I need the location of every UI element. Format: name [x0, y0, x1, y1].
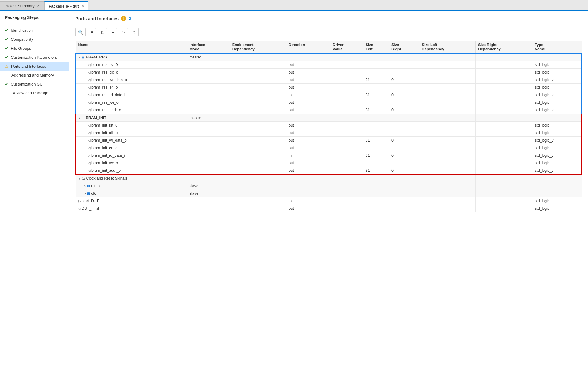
refresh-button[interactable]: ↺ [130, 28, 139, 36]
col-size-left-dependency: Size LeftDependency [419, 41, 476, 54]
section-title: Ports and Interfaces [75, 16, 119, 21]
tab-project-summary[interactable]: Project Summary ✕ [0, 1, 44, 10]
sidebar-item-customization-gui[interactable]: ✔ Customization GUI [0, 80, 69, 89]
table-row[interactable]: >⊞rst_nslave [76, 182, 582, 190]
table-row[interactable]: ▷bram_res_rd_data_iin310std_logic_v [76, 91, 582, 99]
toolbar: 🔍 ≡ ⇅ + ⇔ ↺ [75, 28, 582, 36]
sidebar-item-customization-parameters-label: Customization Parameters [11, 55, 57, 60]
check-icon: ✔ [5, 46, 8, 51]
check-icon: ✔ [5, 55, 8, 60]
content-area: Ports and Interfaces ! 2 🔍 ≡ ⇅ + ⇔ ↺ Nam… [69, 11, 588, 373]
section-header: Ports and Interfaces ! 2 [75, 16, 582, 24]
sidebar-item-review-and-package[interactable]: Review and Package [0, 89, 69, 97]
sidebar-item-customization-gui-label: Customization GUI [11, 82, 44, 86]
sidebar-item-compatibility[interactable]: ✔ Compatibility [0, 35, 69, 44]
tab-bar: Project Summary ✕ Package IP - dut ✕ [0, 0, 588, 11]
sidebar-item-file-groups-label: File Groups [11, 46, 31, 51]
col-size-left: SizeLeft [363, 41, 389, 54]
col-enablement-dependency: EnablementDependency [230, 41, 286, 54]
tab-project-summary-close[interactable]: ✕ [37, 4, 40, 8]
tab-package-ip-close[interactable]: ✕ [81, 4, 84, 8]
check-icon: ✔ [5, 37, 8, 42]
sidebar-title: Packaging Steps [0, 15, 69, 23]
collapse-all-button[interactable]: ≡ [88, 28, 96, 36]
move-button[interactable]: ⇔ [119, 28, 128, 36]
warning-badge: ! [121, 16, 126, 21]
sidebar-item-identification[interactable]: ✔ Identification [0, 26, 69, 35]
table-header-row: Name InterfaceMode EnablementDependency … [76, 41, 582, 54]
table-row[interactable]: >⊞clkslave [76, 190, 582, 197]
add-button[interactable]: + [109, 28, 117, 36]
expand-all-button[interactable]: ⇅ [98, 28, 107, 36]
col-size-right: SizeRight [389, 41, 419, 54]
col-name: Name [76, 41, 187, 54]
col-driver-value: DriverValue [330, 41, 363, 54]
table-row[interactable]: ◁bram_res_we_ooutstd_logic [76, 99, 582, 106]
main-layout: Packaging Steps ✔ Identification ✔ Compa… [0, 11, 588, 373]
tab-project-summary-label: Project Summary [5, 4, 35, 8]
table-row[interactable]: ∨⊞BRAM_RESmaster [76, 53, 582, 61]
col-size-right-dependency: Size RightDependency [476, 41, 532, 54]
sidebar: Packaging Steps ✔ Identification ✔ Compa… [0, 11, 69, 373]
table-row[interactable]: ◁bram_init_en_ooutstd_logic [76, 144, 582, 152]
col-type-name: TypeName [532, 41, 582, 54]
sidebar-item-review-label: Review and Package [11, 91, 48, 95]
table-row[interactable]: ◁bram_res_addr_oout310std_logic_v [76, 106, 582, 114]
warning-icon: ⚠ [5, 64, 9, 69]
check-icon: ✔ [5, 28, 8, 33]
table-row[interactable]: ∨⊞BRAM_INITmaster [76, 114, 582, 122]
sidebar-item-customization-parameters[interactable]: ✔ Customization Parameters [0, 53, 69, 62]
table-row[interactable]: ▷bram_init_rd_data_iin310std_logic_v [76, 152, 582, 159]
table-row[interactable]: ◁bram_init_rst_0outstd_logic [76, 122, 582, 129]
sidebar-item-ports-label: Ports and Interfaces [11, 64, 46, 69]
table-row[interactable]: ◁bram_res_en_ooutstd_logic [76, 84, 582, 91]
table-row[interactable]: ◁bram_init_we_ooutstd_logic [76, 159, 582, 167]
table-row[interactable]: ◁bram_res_wr_data_oout310std_logic_v [76, 76, 582, 84]
col-direction: Direction [286, 41, 330, 54]
tab-package-ip-label: Package IP - dut [49, 4, 79, 8]
sidebar-item-addressing-and-memory[interactable]: Addressing and Memory [0, 71, 69, 80]
table-row[interactable]: ◁bram_res_rst_0outstd_logic [76, 61, 582, 69]
table-row[interactable]: ∨🗂Clock and Reset Signals [76, 174, 582, 182]
tab-package-ip[interactable]: Package IP - dut ✕ [44, 1, 88, 10]
table-row[interactable]: ◁bram_init_addr_oout310std_logic_v [76, 167, 582, 175]
badge-count: 2 [129, 16, 131, 21]
sidebar-item-addressing-label: Addressing and Memory [11, 73, 54, 77]
table-row[interactable]: ◁bram_init_clk_ooutstd_logic [76, 129, 582, 137]
table-row[interactable]: ◁bram_res_clk_ooutstd_logic [76, 69, 582, 76]
col-interface-mode: InterfaceMode [187, 41, 230, 54]
sidebar-item-identification-label: Identification [11, 28, 33, 33]
sidebar-item-compatibility-label: Compatibility [11, 37, 33, 42]
search-button[interactable]: 🔍 [75, 28, 86, 36]
table-row[interactable]: ◁bram_init_wr_data_oout310std_logic_v [76, 137, 582, 144]
sidebar-item-file-groups[interactable]: ✔ File Groups [0, 44, 69, 53]
sidebar-item-ports-and-interfaces[interactable]: ⚠ Ports and Interfaces [0, 62, 69, 71]
check-icon: ✔ [5, 82, 8, 86]
ports-table: Name InterfaceMode EnablementDependency … [75, 41, 582, 212]
table-row[interactable]: ▷start_DUTinstd_logic [76, 197, 582, 205]
table-row[interactable]: ◁DUT_finishoutstd_logic [76, 205, 582, 212]
